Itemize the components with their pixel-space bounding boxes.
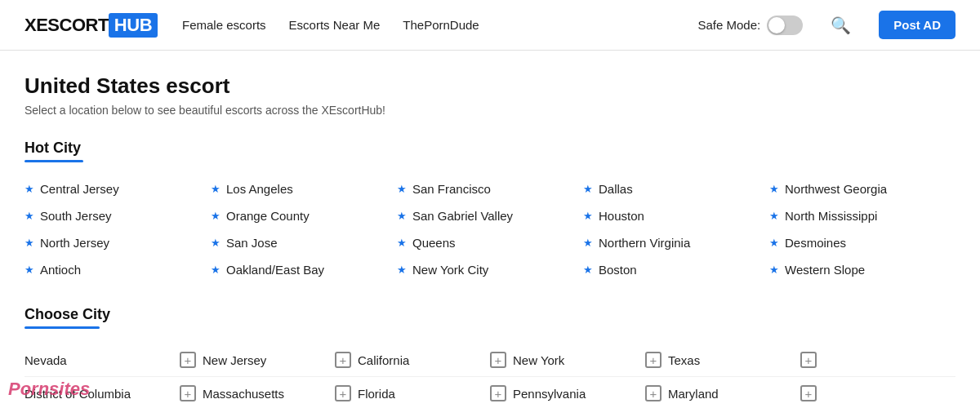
expand-icon[interactable]: + (645, 385, 662, 401)
hot-city-item[interactable]: ★South Jersey (24, 204, 211, 228)
star-icon: ★ (211, 183, 220, 195)
hot-city-item[interactable]: ★Desmoines (769, 231, 956, 255)
state-name: New York (513, 353, 564, 367)
city-name: San Jose (226, 236, 278, 250)
state-name: Nevada (24, 353, 67, 367)
star-icon: ★ (769, 237, 779, 249)
hot-city-item[interactable]: ★Los Angeles (211, 177, 397, 201)
toggle-knob (768, 17, 785, 33)
city-name: Desmoines (785, 236, 846, 250)
city-name: North Mississippi (785, 209, 877, 223)
state-item[interactable]: +Maryland (645, 377, 800, 408)
star-icon: ★ (583, 183, 593, 195)
expand-icon[interactable]: + (800, 352, 817, 368)
logo-hub: HUB (109, 13, 158, 38)
star-icon: ★ (769, 183, 779, 195)
page-title: United States escort (24, 73, 956, 99)
hot-city-item[interactable]: ★Antioch (24, 258, 211, 282)
star-icon: ★ (24, 183, 34, 195)
state-item[interactable]: +Massachusetts (180, 377, 335, 408)
hot-city-item[interactable]: ★Queens (397, 231, 583, 255)
state-item[interactable]: +Florida (335, 377, 490, 408)
star-icon: ★ (397, 210, 407, 222)
star-icon: ★ (769, 264, 779, 276)
star-icon: ★ (24, 264, 34, 276)
hot-city-item[interactable]: ★San Francisco (397, 177, 583, 201)
city-name: Houston (599, 209, 644, 223)
state-item[interactable]: +New Jersey (180, 344, 335, 377)
hot-city-item[interactable]: ★North Jersey (24, 231, 211, 255)
hot-city-item[interactable]: ★Western Slope (769, 258, 956, 282)
hot-city-section: Hot City ★Central Jersey★Los Angeles★San… (24, 140, 956, 282)
expand-icon[interactable]: + (335, 385, 351, 401)
state-name: Maryland (668, 387, 719, 401)
star-icon: ★ (397, 183, 407, 195)
hot-city-item[interactable]: ★New York City (397, 258, 583, 282)
hot-city-item[interactable]: ★Central Jersey (24, 177, 211, 201)
expand-icon[interactable]: + (800, 385, 817, 401)
city-name: Northwest Georgia (785, 182, 887, 196)
nav-escorts-near-me[interactable]: Escorts Near Me (289, 18, 381, 32)
expand-icon[interactable]: + (180, 352, 196, 368)
city-name: Oakland/East Bay (226, 263, 324, 277)
state-item[interactable]: +California (335, 344, 490, 377)
city-name: Boston (599, 263, 637, 277)
star-icon: ★ (211, 210, 220, 222)
state-item[interactable]: +New York (490, 344, 645, 377)
hot-city-item[interactable]: ★Boston (583, 258, 769, 282)
logo-text: XESCORT (24, 15, 109, 36)
hot-city-item[interactable]: ★Houston (583, 204, 769, 228)
hot-city-item[interactable]: ★Dallas (583, 177, 769, 201)
nav-theporndude[interactable]: ThePornDude (403, 18, 479, 32)
state-item[interactable]: District of Columbia (24, 377, 180, 408)
expand-icon[interactable]: + (490, 352, 506, 368)
expand-icon[interactable]: + (645, 352, 662, 368)
search-button[interactable]: 🔍 (827, 12, 854, 38)
state-item[interactable]: + (800, 377, 956, 408)
hot-city-title: Hot City (24, 140, 956, 157)
logo[interactable]: XESCORTHUB (24, 13, 158, 38)
header: XESCORTHUB Female escorts Escorts Near M… (0, 0, 980, 51)
state-item[interactable]: Nevada (24, 344, 180, 377)
hot-city-item[interactable]: ★Orange County (211, 204, 397, 228)
city-name: Los Angeles (226, 182, 293, 196)
hot-city-item[interactable]: ★Northern Virginia (583, 231, 769, 255)
nav-female-escorts[interactable]: Female escorts (182, 18, 266, 32)
state-item[interactable]: +Pennsylvania (490, 377, 645, 408)
star-icon: ★ (397, 237, 407, 249)
star-icon: ★ (397, 264, 407, 276)
hot-city-item[interactable]: ★Oakland/East Bay (211, 258, 397, 282)
hot-city-item[interactable]: ★San Jose (211, 231, 397, 255)
state-item[interactable]: +Texas (645, 344, 800, 377)
hot-city-item[interactable]: ★North Mississippi (769, 204, 956, 228)
star-icon: ★ (583, 210, 593, 222)
state-name: Florida (358, 387, 395, 401)
star-icon: ★ (583, 264, 593, 276)
hot-city-item[interactable]: ★San Gabriel Valley (397, 204, 583, 228)
expand-icon[interactable]: + (490, 385, 506, 401)
expand-icon[interactable]: + (335, 352, 351, 368)
nav: Female escorts Escorts Near Me ThePornDu… (182, 18, 673, 32)
city-name: North Jersey (40, 236, 109, 250)
hot-city-item[interactable]: ★Northwest Georgia (769, 177, 956, 201)
star-icon: ★ (24, 237, 34, 249)
state-name: Pennsylvania (513, 387, 586, 401)
state-name: New Jersey (203, 353, 266, 367)
safe-mode-toggle[interactable] (767, 16, 803, 35)
city-name: South Jersey (40, 209, 112, 223)
city-name: San Francisco (412, 182, 491, 196)
city-name: San Gabriel Valley (412, 209, 513, 223)
star-icon: ★ (211, 237, 220, 249)
page-subtitle: Select a location below to see beautiful… (24, 104, 956, 117)
state-item[interactable]: + (800, 344, 956, 377)
choose-city-underline (24, 326, 100, 329)
city-name: New York City (412, 263, 488, 277)
city-name: Western Slope (785, 263, 865, 277)
city-name: Northern Virginia (599, 236, 690, 250)
city-name: Queens (412, 236, 456, 250)
hot-city-underline (24, 160, 83, 162)
expand-icon[interactable]: + (180, 385, 196, 401)
main-content: United States escort Select a location b… (0, 51, 980, 408)
post-ad-button[interactable]: Post AD (879, 11, 956, 39)
safe-mode-label: Safe Mode: (698, 18, 761, 32)
